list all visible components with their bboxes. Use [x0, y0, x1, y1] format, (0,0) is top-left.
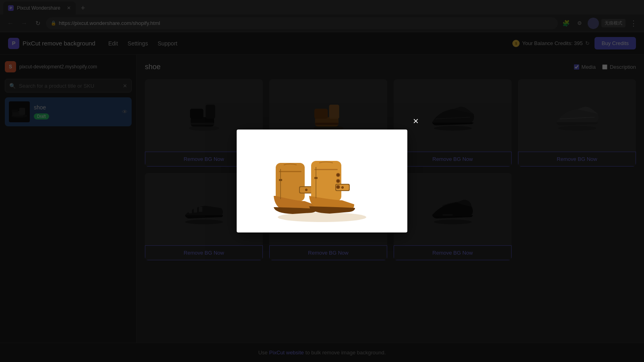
- modal-boot-image: [264, 139, 380, 223]
- svg-rect-33: [276, 163, 305, 201]
- modal-overlay[interactable]: ×: [0, 0, 644, 362]
- svg-point-38: [306, 189, 307, 191]
- modal-close-button[interactable]: ×: [409, 114, 423, 128]
- svg-rect-34: [279, 171, 301, 172]
- svg-rect-40: [279, 179, 282, 181]
- svg-rect-54: [314, 177, 318, 179]
- modal-box: ×: [237, 130, 407, 232]
- svg-rect-42: [314, 169, 338, 170]
- svg-point-50: [337, 180, 339, 182]
- svg-point-46: [342, 187, 343, 188]
- modal-image-area: [237, 130, 407, 232]
- svg-point-48: [337, 174, 339, 176]
- svg-point-52: [337, 186, 339, 188]
